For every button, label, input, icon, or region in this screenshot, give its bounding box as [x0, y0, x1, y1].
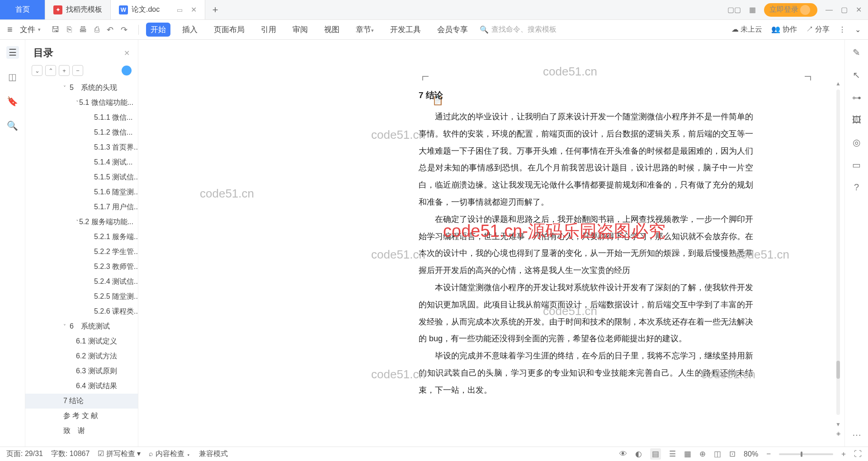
- scroll-down-icon[interactable]: ▼: [835, 421, 842, 428]
- view-page-icon[interactable]: ▤: [650, 448, 661, 460]
- outline-node[interactable]: 5.1.6 随堂测...: [25, 185, 138, 200]
- outline-node[interactable]: 5.2.4 测试信...: [25, 274, 138, 289]
- content-check-button[interactable]: ⌕ 内容检查 ▾: [149, 449, 191, 459]
- ribtab-section[interactable]: 章节▾: [351, 23, 378, 37]
- vertical-scrollbar[interactable]: ▲ ▼ ◈: [835, 80, 843, 442]
- more-tools-icon[interactable]: ⋯: [852, 429, 861, 440]
- zoom-out-icon[interactable]: −: [766, 450, 771, 459]
- outline-node[interactable]: ˅6 系统测试: [25, 319, 138, 334]
- outline-node[interactable]: 5.2.5 随堂测...: [25, 289, 138, 304]
- outline-node[interactable]: ˅5.1 微信端功能...: [25, 95, 138, 110]
- outline-node[interactable]: 5.2.1 服务端...: [25, 230, 138, 245]
- fullscreen-icon[interactable]: ⛶: [854, 450, 862, 459]
- outline-node[interactable]: ˅5 系统的头现: [25, 80, 138, 95]
- tab-home[interactable]: 首页: [0, 0, 45, 19]
- document-viewport[interactable]: 📋 ≈ 7 结论 通过此次的毕业设计，让我明白了原来设计开发一个随堂测微信小程序…: [138, 40, 844, 447]
- outline-node[interactable]: 5.2.3 教师管...: [25, 259, 138, 274]
- more-icon[interactable]: ⋮: [839, 25, 846, 34]
- outline-node[interactable]: 5.1.4 测试...: [25, 155, 138, 170]
- remove-icon[interactable]: −: [72, 65, 83, 76]
- ribtab-start[interactable]: 开始: [146, 23, 170, 37]
- new-tab-button[interactable]: +: [205, 0, 225, 19]
- outline-node[interactable]: 5.2.2 学生管...: [25, 245, 138, 259]
- outline-node[interactable]: 致 谢: [25, 423, 138, 438]
- settings-icon[interactable]: ⊶: [852, 92, 861, 103]
- scroll-page-icon[interactable]: ◈: [835, 430, 842, 437]
- tab-window-icon[interactable]: ▭: [177, 6, 183, 14]
- tab-document[interactable]: W 论文.doc ▭ ✕: [111, 0, 205, 19]
- help-icon[interactable]: ?: [854, 182, 859, 193]
- outline-node[interactable]: 参 考 文 献: [25, 409, 138, 423]
- command-search[interactable]: 🔍查找命令、搜索模板: [480, 25, 584, 34]
- preview-icon[interactable]: ⎙: [94, 25, 99, 35]
- hamburger-icon[interactable]: ≡: [7, 24, 13, 35]
- outline-node[interactable]: 5.1.3 首页界...: [25, 140, 138, 155]
- outline-node[interactable]: 6.4 测试结果: [25, 379, 138, 394]
- zoom-in-icon[interactable]: +: [841, 450, 846, 459]
- outline-node[interactable]: 6.2 测试方法: [25, 349, 138, 364]
- file-menu[interactable]: 文件▾: [20, 24, 41, 35]
- ribtab-vip[interactable]: 会员专享: [433, 23, 472, 37]
- cloud-status[interactable]: ☁ 未上云: [731, 25, 762, 34]
- outline-node[interactable]: 5.2.6 课程类...: [25, 304, 138, 319]
- outline-node[interactable]: 5.1.7 用户信...: [25, 200, 138, 215]
- zoom-slider[interactable]: [779, 453, 833, 455]
- expand-all-icon[interactable]: ⌃: [45, 65, 56, 76]
- share-button[interactable]: ↗ 分享: [806, 25, 830, 34]
- close-icon[interactable]: ✕: [856, 5, 862, 14]
- maximize-icon[interactable]: ▢: [841, 5, 848, 14]
- ribtab-layout[interactable]: 页面布局: [209, 23, 249, 37]
- login-button[interactable]: 立即登录: [764, 3, 817, 17]
- find-icon[interactable]: 🔍: [6, 119, 19, 132]
- open-icon[interactable]: ⎘: [67, 25, 72, 35]
- outline-node[interactable]: 5.1.2 微信...: [25, 125, 138, 140]
- scroll-thumb[interactable]: [836, 361, 840, 379]
- outline-node[interactable]: 6.1 测试定义: [25, 334, 138, 349]
- collapse-ribbon-icon[interactable]: ⌄: [855, 25, 861, 34]
- redo-icon[interactable]: ↷: [121, 25, 127, 35]
- bookmark-icon[interactable]: 🔖: [6, 95, 19, 108]
- ribtab-dev[interactable]: 开发工具: [386, 23, 425, 37]
- ribtab-view[interactable]: 视图: [320, 23, 344, 37]
- compat-mode[interactable]: 兼容模式: [199, 449, 228, 459]
- scroll-up-icon[interactable]: ▲: [835, 80, 842, 88]
- collab-button[interactable]: 👥 协作: [771, 25, 797, 34]
- zoom-level[interactable]: 80%: [744, 450, 758, 458]
- cursor-icon[interactable]: ↖: [853, 70, 860, 80]
- add-icon[interactable]: +: [59, 65, 70, 76]
- view-outline-icon[interactable]: ☰: [669, 449, 676, 459]
- undo-icon[interactable]: ↶: [107, 25, 113, 35]
- tab-templates[interactable]: ✦ 找稻壳模板: [45, 0, 111, 19]
- focus-icon[interactable]: ◐: [635, 449, 642, 459]
- outline-node[interactable]: ˅5.2 服务端功能...: [25, 215, 138, 230]
- view-grid-icon[interactable]: ◫: [714, 449, 721, 459]
- view-web-icon[interactable]: ⊕: [699, 449, 706, 459]
- outline-node[interactable]: 5.1.1 微信...: [25, 110, 138, 125]
- minimize-icon[interactable]: —: [826, 6, 833, 14]
- print-icon[interactable]: 🖶: [79, 25, 87, 35]
- outline-close-icon[interactable]: ✕: [124, 49, 130, 57]
- ribtab-insert[interactable]: 插入: [178, 23, 202, 37]
- ribtab-ref[interactable]: 引用: [256, 23, 281, 37]
- layout-icon[interactable]: ▢▢: [727, 5, 741, 14]
- pen-icon[interactable]: ✎: [853, 47, 860, 58]
- ribtab-review[interactable]: 审阅: [288, 23, 312, 37]
- outline-node[interactable]: 5.1.5 测试信...: [25, 170, 138, 185]
- outline-node[interactable]: 7 结论: [25, 394, 138, 409]
- tab-close-icon[interactable]: ✕: [191, 5, 197, 14]
- outline-node[interactable]: 6.3 测试原则: [25, 364, 138, 379]
- collapse-all-icon[interactable]: ⌄: [32, 65, 42, 76]
- page-indicator[interactable]: 页面: 29/31: [6, 449, 43, 459]
- spellcheck-button[interactable]: ☑ 拼写检查 ▾: [98, 449, 141, 459]
- read-icon[interactable]: ▭: [852, 160, 861, 170]
- outline-setting-icon[interactable]: [122, 66, 132, 75]
- view-thumb-icon[interactable]: ▦: [684, 449, 691, 459]
- nav-icon[interactable]: ◫: [6, 71, 19, 83]
- image-icon[interactable]: 🖼: [852, 115, 861, 125]
- apps-icon[interactable]: ▦: [749, 5, 756, 14]
- word-count[interactable]: 字数: 10867: [51, 449, 90, 459]
- outline-icon[interactable]: ☰: [6, 46, 19, 59]
- target-icon[interactable]: ◎: [853, 137, 860, 148]
- eye-icon[interactable]: 👁: [619, 450, 627, 459]
- save-icon[interactable]: 🖫: [52, 25, 60, 35]
